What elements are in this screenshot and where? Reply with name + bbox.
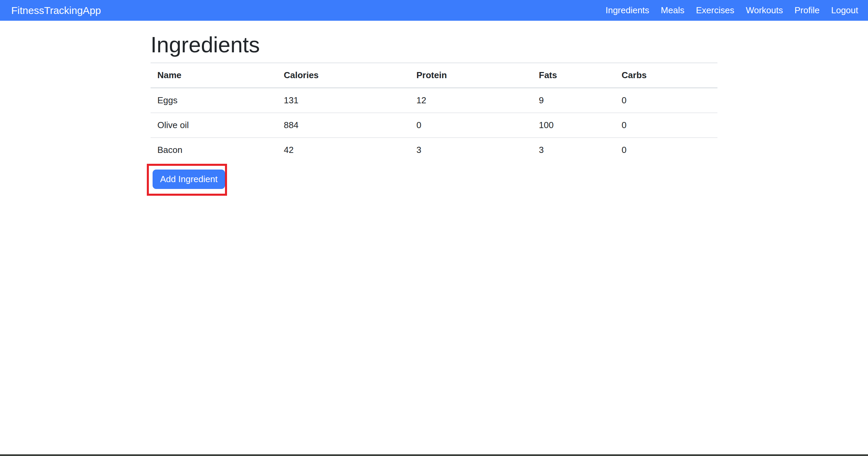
nav-link-ingredients[interactable]: Ingredients (600, 5, 655, 16)
cell-name: Olive oil (151, 113, 277, 138)
ingredients-table: Name Calories Protein Fats Carbs Eggs 13… (151, 63, 717, 162)
cell-calories: 131 (277, 88, 410, 113)
cell-carbs: 0 (615, 138, 717, 162)
nav-link-logout[interactable]: Logout (825, 5, 864, 16)
cell-protein: 12 (410, 88, 532, 113)
navbar-links: Ingredients Meals Exercises Workouts Pro… (600, 5, 864, 16)
cell-carbs: 0 (615, 113, 717, 138)
add-ingredient-button[interactable]: Add Ingredient (153, 170, 225, 189)
nav-link-meals[interactable]: Meals (655, 5, 690, 16)
cell-calories: 884 (277, 113, 410, 138)
navbar: FitnessTrackingApp Ingredients Meals Exe… (0, 0, 868, 21)
nav-link-profile[interactable]: Profile (789, 5, 826, 16)
nav-link-workouts[interactable]: Workouts (740, 5, 788, 16)
bottom-edge-bar (0, 454, 868, 456)
table-row: Bacon 42 3 3 0 (151, 138, 717, 162)
column-header-protein: Protein (410, 63, 532, 88)
cell-calories: 42 (277, 138, 410, 162)
cell-carbs: 0 (615, 88, 717, 113)
table-row: Eggs 131 12 9 0 (151, 88, 717, 113)
cell-name: Bacon (151, 138, 277, 162)
column-header-fats: Fats (532, 63, 615, 88)
column-header-name: Name (151, 63, 277, 88)
app-window: FitnessTrackingApp Ingredients Meals Exe… (0, 0, 868, 456)
main-content: Ingredients Name Calories Protein Fats C… (151, 21, 717, 189)
cell-name: Eggs (151, 88, 277, 113)
cell-protein: 3 (410, 138, 532, 162)
column-header-calories: Calories (277, 63, 410, 88)
cell-protein: 0 (410, 113, 532, 138)
column-header-carbs: Carbs (615, 63, 717, 88)
cell-fats: 3 (532, 138, 615, 162)
page-title: Ingredients (151, 32, 717, 58)
table-row: Olive oil 884 0 100 0 (151, 113, 717, 138)
nav-link-exercises[interactable]: Exercises (690, 5, 740, 16)
cell-fats: 100 (532, 113, 615, 138)
navbar-brand[interactable]: FitnessTrackingApp (11, 5, 101, 16)
table-header: Name Calories Protein Fats Carbs (151, 63, 717, 88)
cell-fats: 9 (532, 88, 615, 113)
